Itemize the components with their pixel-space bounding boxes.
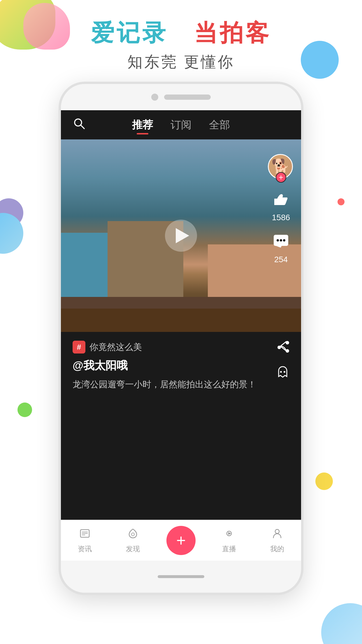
follow-plus-button[interactable]: + — [276, 172, 286, 183]
live-label: 直播 — [222, 544, 236, 554]
video-actions: 🐕 + 1586 — [268, 154, 294, 264]
comment-icon — [270, 231, 292, 253]
discover-icon — [127, 527, 139, 542]
tab-subscribed[interactable]: 订阅 — [171, 118, 191, 132]
app-content: 推荐 订阅 全部 — [61, 110, 301, 561]
avatar-container[interactable]: 🐕 + — [268, 154, 294, 180]
tagline-section: 爱记录 当拍客 知东莞 更懂你 — [0, 18, 362, 72]
ground-overlay — [61, 309, 301, 332]
tab-news[interactable]: 资讯 — [61, 527, 109, 554]
like-button[interactable]: 1586 — [270, 189, 292, 222]
tab-recommended[interactable]: 推荐 — [132, 118, 153, 132]
hashtag-icon: # — [73, 341, 85, 354]
svg-point-15 — [131, 533, 134, 536]
ai-button[interactable] — [273, 363, 292, 382]
comment-button[interactable]: 254 — [270, 231, 292, 264]
play-button[interactable] — [165, 220, 197, 252]
mine-label: 我的 — [270, 544, 284, 554]
news-label: 资讯 — [78, 544, 92, 554]
svg-point-5 — [283, 239, 285, 242]
svg-marker-17 — [228, 532, 231, 535]
user-mention[interactable]: @我太阳哦 — [73, 358, 289, 373]
nav-tabs: 推荐 订阅 全部 — [132, 118, 230, 132]
tab-discover[interactable]: 发现 — [109, 527, 157, 554]
tab-mine[interactable]: 我的 — [253, 527, 301, 554]
svg-point-18 — [275, 529, 279, 533]
play-triangle-icon — [176, 228, 189, 243]
phone-frame: 推荐 订阅 全部 — [59, 82, 303, 595]
below-actions — [273, 338, 292, 382]
tagline-sub: 知东莞 更懂你 — [0, 52, 362, 72]
tagline-blue: 爱记录 — [91, 20, 168, 46]
tab-add[interactable]: + — [157, 526, 205, 555]
video-area[interactable]: 🐕 + 1586 — [61, 139, 301, 332]
svg-point-10 — [284, 371, 285, 373]
svg-line-1 — [81, 125, 84, 129]
bottom-tab-bar: 资讯 发现 + — [61, 520, 301, 561]
tag-row: # 你竟然这么美 — [73, 341, 289, 354]
svg-point-4 — [280, 239, 282, 242]
svg-point-6 — [286, 341, 289, 344]
discover-label: 发现 — [126, 544, 140, 554]
decorative-blob-red — [338, 198, 345, 205]
tab-all[interactable]: 全部 — [209, 118, 230, 132]
comment-count: 254 — [274, 255, 288, 264]
hashtag-text: 你竟然这么美 — [89, 341, 142, 353]
tagline-red: 当拍客 — [194, 20, 271, 46]
search-icon[interactable] — [73, 117, 85, 133]
share-button[interactable] — [273, 338, 292, 357]
mine-icon — [271, 527, 283, 542]
phone-bottom-bar — [61, 561, 301, 593]
add-button[interactable]: + — [166, 526, 196, 555]
tagline-main: 爱记录 当拍客 — [0, 18, 362, 49]
phone-top-bar — [61, 84, 301, 110]
news-icon — [79, 527, 91, 542]
live-icon — [223, 527, 235, 542]
like-icon — [270, 189, 292, 211]
tab-live[interactable]: 直播 — [205, 527, 253, 554]
svg-point-9 — [280, 371, 282, 373]
video-description: 龙湾公园遛弯一小时，居然能拍出这么好的景！ — [73, 378, 289, 391]
svg-point-7 — [286, 349, 289, 353]
decorative-blob-blue-bottom — [321, 603, 362, 644]
svg-point-8 — [277, 346, 281, 349]
nav-bar: 推荐 订阅 全部 — [61, 110, 301, 139]
phone-speaker — [164, 94, 211, 100]
like-count: 1586 — [272, 213, 290, 222]
decorative-blob-green — [17, 402, 32, 417]
home-indicator — [158, 575, 204, 578]
phone-camera — [151, 94, 158, 101]
below-video-section: # 你竟然这么美 @我太阳哦 龙湾公园遛弯一小时，居然能拍出这么好的景！ — [61, 332, 301, 400]
svg-point-3 — [277, 239, 279, 242]
decorative-blob-yellow-right — [315, 473, 333, 490]
